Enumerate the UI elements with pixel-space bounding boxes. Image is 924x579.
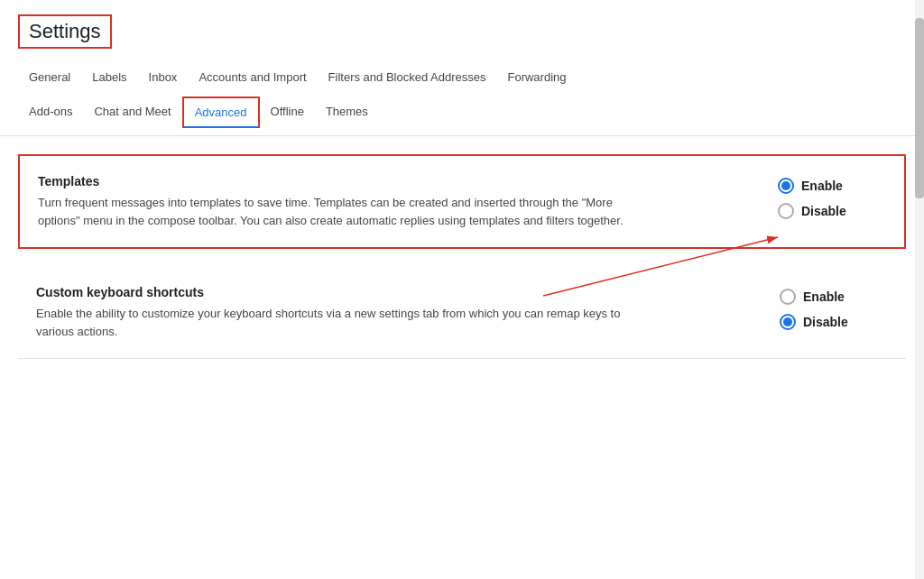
- keyboard-shortcuts-title: Custom keyboard shortcuts: [36, 285, 650, 299]
- nav-row-2: Add-ons Chat and Meet Advanced Offline T…: [18, 93, 906, 128]
- templates-text: Templates Turn frequent messages into te…: [38, 174, 651, 229]
- templates-enable-option[interactable]: Enable: [778, 178, 886, 194]
- tab-add-ons[interactable]: Add-ons: [18, 97, 83, 128]
- keyboard-enable-option[interactable]: Enable: [780, 289, 888, 305]
- templates-title: Templates: [38, 174, 651, 188]
- keyboard-shortcuts-text: Custom keyboard shortcuts Enable the abi…: [36, 285, 650, 340]
- keyboard-shortcuts-desc: Enable the ability to customize your key…: [36, 305, 650, 340]
- tab-themes[interactable]: Themes: [315, 97, 379, 128]
- tab-labels[interactable]: Labels: [81, 63, 137, 93]
- page-title: Settings: [18, 14, 112, 49]
- keyboard-enable-radio[interactable]: [780, 289, 796, 305]
- keyboard-shortcuts-section: Custom keyboard shortcuts Enable the abi…: [18, 267, 906, 359]
- tab-filters-blocked[interactable]: Filters and Blocked Addresses: [318, 63, 497, 93]
- keyboard-disable-label: Disable: [803, 315, 848, 329]
- tab-offline[interactable]: Offline: [260, 97, 315, 128]
- keyboard-disable-radio[interactable]: [780, 314, 796, 330]
- templates-desc: Turn frequent messages into templates to…: [38, 194, 651, 229]
- settings-header: Settings General Labels Inbox Accounts a…: [0, 0, 924, 136]
- tab-forwarding[interactable]: Forwarding: [496, 63, 577, 93]
- tab-chat-meet[interactable]: Chat and Meet: [83, 97, 181, 128]
- tab-accounts-import[interactable]: Accounts and Import: [188, 63, 317, 93]
- templates-disable-label: Disable: [801, 204, 846, 218]
- tab-general[interactable]: General: [18, 63, 81, 93]
- nav-row-1: General Labels Inbox Accounts and Import…: [18, 60, 906, 93]
- templates-section: Templates Turn frequent messages into te…: [18, 154, 906, 249]
- keyboard-disable-option[interactable]: Disable: [780, 314, 888, 330]
- templates-enable-radio[interactable]: [778, 178, 794, 194]
- templates-disable-option[interactable]: Disable: [778, 203, 886, 219]
- templates-radio-group: Enable Disable: [778, 174, 886, 219]
- templates-enable-label: Enable: [801, 179, 843, 193]
- keyboard-enable-label: Enable: [803, 290, 845, 304]
- templates-disable-radio[interactable]: [778, 203, 794, 219]
- content-area: Templates Turn frequent messages into te…: [0, 136, 924, 377]
- tab-inbox[interactable]: Inbox: [138, 63, 189, 93]
- tab-advanced[interactable]: Advanced: [182, 96, 260, 128]
- keyboard-shortcuts-radio-group: Enable Disable: [780, 285, 888, 330]
